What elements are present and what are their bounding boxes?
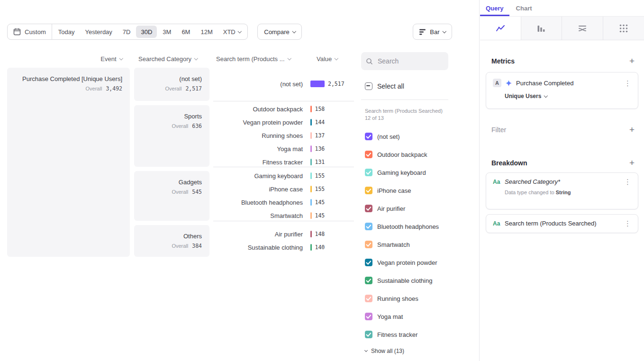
query-panel-tabs: QueryChart <box>480 0 644 17</box>
value-row: (not set)2,517 <box>213 77 354 90</box>
kebab-menu-icon[interactable]: ⋮ <box>624 220 631 227</box>
checkbox-indeterminate-icon[interactable] <box>365 82 372 90</box>
checkbox-checked-icon[interactable] <box>365 241 372 248</box>
calendar-icon[interactable] <box>9 28 25 36</box>
event-overall: Overall 3,492 <box>15 85 122 92</box>
legend-item-label: Vegan protein powder <box>377 259 437 266</box>
range-yesterday[interactable]: Yesterday <box>81 26 117 38</box>
add-metric-button[interactable]: + <box>629 56 635 65</box>
value-label: 155 <box>315 186 325 192</box>
date-range-group: Custom TodayYesterday7D30D3M6M12MXTD <box>7 24 248 40</box>
category-card: SportsOverall636 <box>134 105 209 167</box>
legend-item[interactable]: iPhone case <box>365 181 448 199</box>
value-bar[interactable] <box>310 212 312 219</box>
metrics-heading: Metrics <box>491 57 515 65</box>
view-tab-flows[interactable] <box>562 17 603 40</box>
value-bar[interactable] <box>310 172 312 179</box>
funnel-icon <box>536 24 546 33</box>
value-row: Sustainable clothing140 <box>213 241 354 254</box>
legend-item[interactable]: Fitness tracker <box>365 325 448 343</box>
legend-item-label: Gaming keyboard <box>377 169 426 176</box>
checkbox-checked-icon[interactable] <box>365 205 372 212</box>
chart-type-button[interactable]: Bar <box>413 24 452 40</box>
breakdown-card[interactable]: AaSearch term (Products Searched)⋮ <box>486 214 638 233</box>
tab-chart[interactable]: Chart <box>510 5 538 16</box>
checkbox-checked-icon[interactable] <box>365 133 372 140</box>
checkbox-checked-icon[interactable] <box>365 313 372 320</box>
category-overall: Overall636 <box>142 123 202 129</box>
kebab-menu-icon[interactable]: ⋮ <box>624 80 631 87</box>
range-today[interactable]: Today <box>54 26 80 38</box>
checkbox-checked-icon[interactable] <box>365 277 372 284</box>
checkbox-checked-icon[interactable] <box>365 223 372 230</box>
view-tab-retention[interactable] <box>603 17 644 40</box>
category-name: Gadgets <box>142 179 202 186</box>
custom-range-button[interactable]: Custom <box>25 28 51 36</box>
value-bar[interactable] <box>310 119 312 126</box>
value-bar[interactable] <box>310 132 312 139</box>
breakdown-label: Search term (Products Searched) <box>505 220 597 227</box>
chevron-down-icon <box>442 29 446 33</box>
row-group: Air purifier148Sustainable clothing140 <box>213 227 354 254</box>
range-7d[interactable]: 7D <box>118 26 136 38</box>
legend-item-label: (not set) <box>377 133 400 140</box>
column-header-event[interactable]: Event <box>7 55 122 63</box>
counting-method-dropdown[interactable]: Unique Users <box>505 93 631 99</box>
overall-value: 636 <box>192 123 202 129</box>
checkbox-checked-icon[interactable] <box>365 331 372 338</box>
chevron-down-icon <box>364 349 368 352</box>
value-label: 144 <box>315 119 325 126</box>
legend-item[interactable]: Running shoes <box>365 289 448 307</box>
value-bar[interactable] <box>310 244 312 251</box>
legend-item[interactable]: Vegan protein powder <box>365 253 448 271</box>
overall-label: Overall <box>172 123 188 129</box>
value-bar[interactable] <box>310 199 312 206</box>
value-bar[interactable] <box>310 231 312 237</box>
add-filter-button[interactable]: + <box>629 125 635 134</box>
kebab-menu-icon[interactable]: ⋮ <box>624 178 631 185</box>
checkbox-checked-icon[interactable] <box>365 295 372 302</box>
value-bar[interactable] <box>310 81 325 87</box>
metric-event-name[interactable]: Purchase Completed <box>516 80 573 87</box>
overall-value: 2,517 <box>185 85 202 92</box>
legend-item[interactable]: Gaming keyboard <box>365 163 448 181</box>
value-bar[interactable] <box>310 186 312 192</box>
legend-item[interactable]: (not set) <box>365 127 448 145</box>
breakdown-heading: Breakdown <box>491 159 527 167</box>
event-name: Purchase Completed [Unique Users] <box>15 75 122 83</box>
add-breakdown-button[interactable]: + <box>629 158 635 167</box>
breakdown-card[interactable]: AaSearched Category*⋮Data type changed t… <box>486 172 638 209</box>
term-label: Fitness tracker <box>213 159 303 166</box>
value-bar[interactable] <box>310 145 312 152</box>
legend-item[interactable]: Sustainable clothing <box>365 271 448 289</box>
group-separator <box>213 101 354 101</box>
legend-item[interactable]: Outdoor backpack <box>365 145 448 163</box>
legend-item-label: Sustainable clothing <box>377 277 432 284</box>
checkbox-checked-icon[interactable] <box>365 187 372 194</box>
term-label: Air purifier <box>213 231 303 238</box>
value-bar[interactable] <box>310 159 312 165</box>
term-label: (not set) <box>213 81 303 88</box>
value-label: 137 <box>315 132 325 139</box>
legend-item-label: iPhone case <box>377 187 411 194</box>
value-label: 131 <box>315 159 325 165</box>
chevron-down-icon <box>544 94 548 98</box>
value-bar[interactable] <box>310 106 312 112</box>
legend-item[interactable]: Bluetooth headphones <box>365 217 448 235</box>
checkbox-checked-icon[interactable] <box>365 151 372 158</box>
legend-item[interactable]: Air purifier <box>365 199 448 217</box>
checkbox-checked-icon[interactable] <box>365 169 372 176</box>
legend-item[interactable]: Yoga mat <box>365 307 448 325</box>
show-all-button[interactable]: Show all (13) <box>365 348 404 354</box>
view-tab-funnel[interactable] <box>521 17 562 40</box>
select-all[interactable]: Select all <box>365 82 404 90</box>
tab-query[interactable]: Query <box>480 5 509 16</box>
chevron-down-icon <box>119 56 123 60</box>
search-box[interactable] <box>361 52 448 70</box>
metric-card[interactable]: A Purchase Completed ⋮ Unique Users <box>486 72 638 109</box>
value-row: Air purifier148 <box>213 227 354 241</box>
view-tab-insights[interactable] <box>480 17 521 40</box>
search-input[interactable] <box>377 57 444 65</box>
legend-item[interactable]: Smartwatch <box>365 235 448 253</box>
checkbox-checked-icon[interactable] <box>365 259 372 266</box>
